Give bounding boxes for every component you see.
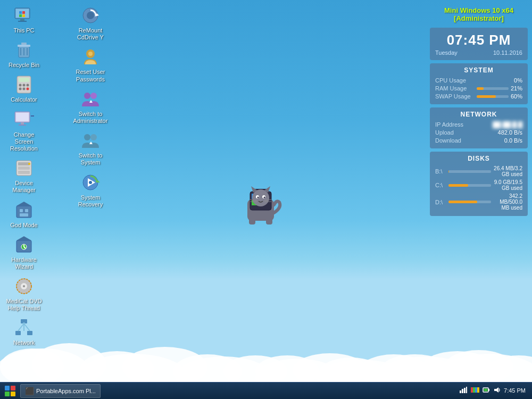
svg-rect-117: [475, 387, 477, 393]
ip-value: ██.██.█.█: [493, 121, 522, 128]
icon-recycle-bin[interactable]: Recycle Bin: [3, 37, 45, 71]
start-icon: [5, 386, 15, 396]
icon-switch-to-system[interactable]: Switch to System: [69, 128, 112, 168]
icon-god-mode[interactable]: God Mode: [3, 197, 45, 231]
svg-point-41: [19, 88, 22, 90]
clock-time: 07:45 PM: [435, 32, 522, 48]
icon-switch-to-administrator[interactable]: Switch to Administrator: [69, 86, 112, 127]
icon-reset-user-passwords-label: Reset User Passwords: [71, 69, 110, 82]
taskbar-tray: 7:45 PM: [455, 386, 530, 395]
icon-system-recovery[interactable]: System Recovery: [69, 170, 112, 210]
svg-point-42: [23, 88, 26, 90]
svg-point-104: [264, 197, 265, 198]
color-tray-icon[interactable]: [471, 386, 479, 395]
svg-rect-28: [19, 14, 22, 17]
clock-date-row: Tuesday 10.11.2016: [435, 49, 522, 56]
icon-change-screen-resolution[interactable]: Change Screen Resolution: [3, 107, 45, 155]
ram-progress-fill: [477, 87, 484, 90]
svg-point-80: [88, 52, 93, 56]
volume-tray-icon[interactable]: [493, 386, 501, 395]
svg-rect-47: [19, 124, 26, 126]
icon-medicat-dvd[interactable]: MediCat DVD Help Thread: [3, 273, 45, 314]
download-value: 0.0 B/s: [504, 137, 522, 144]
mascot: [234, 181, 287, 236]
svg-rect-115: [471, 387, 473, 393]
icon-remount-cddrive-label: ReMount CdDrive Y: [71, 27, 110, 41]
disk-d-bar: [448, 201, 491, 203]
svg-rect-26: [19, 11, 22, 14]
svg-point-84: [84, 134, 90, 140]
icons-column-2: ReMount CdDrive Y Reset User Passwords: [69, 3, 112, 210]
icon-network[interactable]: Network: [3, 315, 45, 348]
start-button[interactable]: [2, 384, 18, 398]
start-square-1: [5, 386, 10, 390]
disk-d-row: D:\ 342.2 MB/500.0 MB used: [435, 193, 522, 211]
svg-rect-113: [464, 388, 466, 393]
svg-rect-31: [18, 45, 30, 47]
icon-switch-to-administrator-label: Switch to Administrator: [71, 111, 110, 124]
svg-rect-53: [18, 171, 30, 174]
icon-this-pc-label: This PC: [13, 27, 34, 34]
icon-system-recovery-label: System Recovery: [71, 194, 110, 208]
svg-rect-120: [488, 389, 489, 391]
icon-hardware-wizard-label: Hardware Wizard: [5, 256, 43, 270]
ram-label: RAM Usage: [435, 85, 467, 92]
disks-title: DISKS: [435, 155, 522, 162]
svg-rect-24: [18, 21, 27, 22]
start-square-4: [11, 392, 15, 396]
ip-label: IP Address: [435, 121, 463, 128]
svg-point-67: [23, 285, 25, 287]
svg-point-82: [90, 93, 97, 99]
icon-this-pc[interactable]: This PC: [3, 3, 45, 36]
icon-medicat-dvd-label: MediCat DVD Help Thread: [5, 298, 43, 312]
svg-point-39: [23, 84, 26, 87]
svg-point-98: [252, 189, 269, 206]
cpu-value: 0%: [514, 77, 522, 84]
svg-point-38: [19, 84, 22, 87]
svg-marker-61: [16, 236, 31, 240]
icon-remount-cddrive[interactable]: ReMount CdDrive Y: [69, 3, 112, 43]
svg-rect-112: [462, 389, 463, 393]
svg-marker-56: [16, 202, 31, 206]
upload-label: Upload: [435, 129, 454, 136]
icon-reset-user-passwords[interactable]: Reset User Passwords: [69, 44, 112, 85]
icon-calculator-label: Calculator: [11, 96, 37, 103]
power-tray-icon[interactable]: [483, 386, 490, 395]
upload-row: Upload 482.0 B/s: [435, 129, 522, 136]
icon-switch-to-system-label: Switch to System: [71, 152, 110, 166]
icons-column-1: This PC Recycle Bin: [3, 3, 45, 349]
disk-b-fill: [448, 170, 449, 173]
taskbar: ⬛ PortableApps.com Pl...: [0, 382, 532, 399]
taskbar-app-portableapps[interactable]: ⬛ PortableApps.com Pl...: [20, 384, 101, 398]
tray-clock[interactable]: 7:45 PM: [504, 387, 526, 394]
cpu-row: CPU Usage 0%: [435, 77, 522, 84]
svg-marker-122: [494, 387, 498, 393]
svg-rect-114: [466, 387, 467, 393]
svg-point-89: [89, 181, 92, 184]
svg-rect-37: [19, 78, 29, 82]
svg-rect-29: [22, 14, 25, 17]
clock-date: 10.11.2016: [493, 49, 522, 56]
network-tray-icon[interactable]: [459, 386, 468, 395]
svg-rect-121: [484, 389, 488, 392]
svg-rect-110: [266, 217, 272, 225]
taskbar-app-label: PortableApps.com Pl...: [36, 388, 96, 394]
swap-value: 60%: [511, 93, 522, 99]
svg-rect-111: [460, 390, 461, 393]
svg-rect-71: [27, 331, 32, 335]
icon-hardware-wizard[interactable]: Hardware Wizard: [3, 232, 45, 272]
svg-point-40: [27, 84, 29, 87]
svg-rect-59: [20, 213, 28, 217]
taskbar-app-icon: ⬛: [25, 387, 34, 395]
icon-change-screen-resolution-label: Change Screen Resolution: [5, 131, 43, 153]
icon-device-manager[interactable]: Device Manager: [3, 155, 45, 196]
svg-point-54: [28, 163, 30, 165]
svg-rect-58: [25, 209, 28, 212]
svg-line-72: [18, 323, 24, 331]
tray-time-value: 7:45 PM: [504, 387, 526, 394]
icon-calculator[interactable]: Calculator: [3, 72, 45, 105]
ip-row: IP Address ██.██.█.█: [435, 121, 522, 128]
svg-rect-118: [477, 387, 479, 393]
disk-b-value: 26.4 MB/3.2 GB used: [491, 165, 522, 177]
clock-day: Tuesday: [435, 49, 458, 56]
